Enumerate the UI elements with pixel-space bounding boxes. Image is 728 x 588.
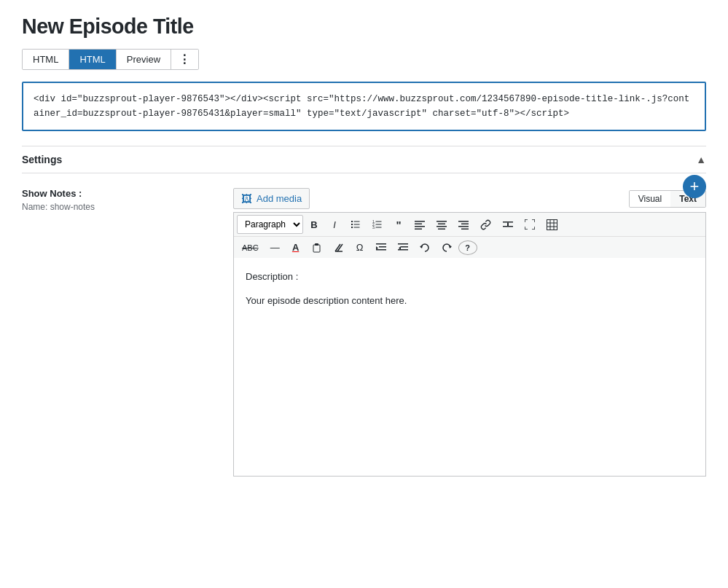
paragraph-select[interactable]: Paragraph [237,215,303,234]
description-label: Description : [246,270,694,285]
svg-text:3.: 3. [372,225,375,230]
svg-rect-9 [376,224,382,225]
add-block-button[interactable]: + [683,175,706,198]
redo-button[interactable] [437,240,457,256]
svg-rect-26 [507,223,509,227]
help-button[interactable]: ? [458,240,477,255]
tab-more-options[interactable]: ⋮ [171,50,198,69]
add-media-label: Add media [257,193,302,204]
page-wrapper: New Episode Title HTML HTML Preview ⋮ <d… [0,0,728,588]
tab-html-active[interactable]: HTML [69,50,116,69]
strikethrough-button[interactable]: ABC [237,240,264,255]
align-right-button[interactable] [453,216,474,232]
svg-rect-37 [376,249,386,251]
tab-preview[interactable]: Preview [117,50,171,69]
blockquote-button[interactable]: " [389,216,408,234]
svg-rect-24 [503,222,513,223]
svg-rect-7 [376,222,382,222]
svg-rect-4 [351,227,353,228]
svg-rect-35 [376,243,386,245]
ordered-list-button[interactable]: 1. 2. 3. [367,216,388,232]
tab-bar: HTML HTML Preview ⋮ [22,49,199,70]
align-left-button[interactable] [410,216,430,232]
svg-rect-27 [547,219,557,230]
tab-html-first[interactable]: HTML [23,50,69,69]
link-button[interactable] [475,216,496,233]
tab-visual[interactable]: Visual [630,191,670,207]
svg-rect-39 [398,243,408,245]
toolbar-row-2: ABC — A Ω [234,237,705,258]
indent-button[interactable] [371,240,391,256]
fullscreen-button[interactable] [520,216,540,232]
svg-rect-15 [415,229,422,230]
settings-header[interactable]: Settings ▲ [22,146,706,173]
svg-rect-17 [438,224,445,225]
show-notes-label-container: Show Notes : Name: show-notes [22,188,233,477]
paste-button[interactable] [307,240,327,256]
svg-rect-21 [461,224,469,225]
outdent-button[interactable] [393,240,413,256]
italic-button[interactable]: I [325,216,344,233]
svg-rect-14 [415,226,425,227]
svg-rect-22 [458,226,469,227]
align-center-button[interactable] [431,216,452,232]
settings-label: Settings [22,154,62,165]
horizontal-rule-button[interactable] [498,216,518,232]
description-text: Your episode description content here. [246,294,694,309]
svg-rect-5 [354,227,360,228]
svg-rect-20 [458,221,469,222]
html-code-text: <div id="buzzsprout-player-9876543"></di… [34,94,689,119]
add-media-icon: 🖼 [241,192,252,205]
show-notes-title: Show Notes : [22,188,219,199]
svg-rect-13 [415,224,422,225]
settings-section: Settings ▲ Show Notes : Name: show-notes… [22,146,706,477]
svg-rect-32 [313,245,320,252]
undo-button[interactable] [415,240,435,256]
editor-content[interactable]: Description : Your episode description c… [233,258,706,477]
dash-button[interactable]: — [265,239,285,256]
svg-rect-36 [379,246,386,248]
svg-rect-23 [461,229,469,230]
add-media-button[interactable]: 🖼 Add media [233,188,310,209]
svg-rect-25 [503,226,513,227]
clear-format-button[interactable] [329,240,349,256]
font-color-button[interactable]: A [286,239,305,256]
editor-top-bar: 🖼 Add media Visual Text [233,188,706,212]
svg-rect-40 [401,246,408,248]
svg-rect-19 [438,229,445,230]
editor-toolbar: Paragraph B I [233,212,706,258]
svg-rect-16 [437,221,447,222]
unordered-list-button[interactable] [345,216,366,232]
svg-rect-0 [351,221,353,222]
svg-rect-2 [351,224,353,225]
table-button[interactable] [541,216,563,233]
show-notes-wrapper: Show Notes : Name: show-notes 🖼 Add medi… [22,188,706,477]
svg-rect-12 [415,221,425,222]
svg-marker-44 [449,246,452,248]
svg-rect-11 [376,227,382,228]
html-code-block: <div id="buzzsprout-player-9876543"></di… [22,82,706,131]
svg-rect-41 [398,249,408,251]
svg-rect-3 [354,224,360,225]
bold-button[interactable]: B [305,216,324,233]
svg-rect-33 [315,243,318,246]
page-title: New Episode Title [22,15,706,39]
chevron-up-icon: ▲ [696,154,706,165]
svg-rect-1 [354,222,360,222]
toolbar-row-1: Paragraph B I [234,213,705,237]
special-chars-button[interactable]: Ω [351,239,369,256]
editor-container: 🖼 Add media Visual Text Paragraph [233,188,706,477]
show-notes-sub-label: Name: show-notes [22,202,219,212]
svg-marker-43 [420,246,423,248]
svg-rect-18 [437,226,447,227]
